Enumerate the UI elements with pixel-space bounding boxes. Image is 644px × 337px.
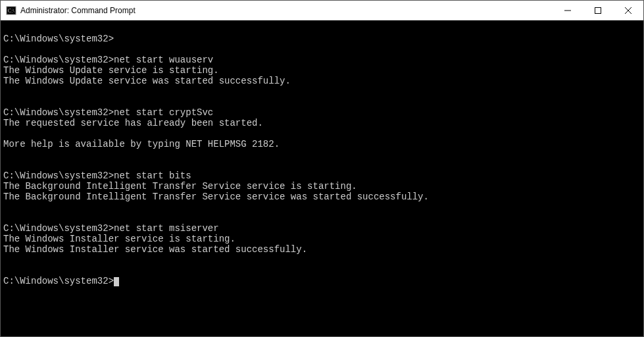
terminal-line bbox=[3, 44, 641, 55]
window-controls bbox=[553, 1, 643, 20]
terminal-line: The Background Intelligent Transfer Serv… bbox=[3, 181, 641, 192]
terminal-line: The requested service has already been s… bbox=[3, 118, 641, 128]
minimize-button[interactable] bbox=[553, 1, 583, 20]
terminal-line bbox=[3, 265, 641, 276]
close-button[interactable] bbox=[613, 1, 643, 20]
cursor bbox=[114, 277, 119, 286]
terminal-line: C:\Windows\system32>net start bits bbox=[3, 170, 641, 181]
maximize-button[interactable] bbox=[583, 1, 613, 20]
terminal-line bbox=[3, 149, 641, 160]
terminal-line bbox=[3, 128, 641, 139]
terminal-line bbox=[3, 97, 641, 107]
terminal-line: The Background Intelligent Transfer Serv… bbox=[3, 192, 641, 202]
svg-rect-3 bbox=[595, 7, 601, 13]
cmd-icon: C:\ bbox=[6, 5, 16, 16]
command-prompt-window: C:\ Administrator: Command Prompt C:\Win… bbox=[0, 0, 644, 337]
terminal-line: C:\Windows\system32>net start wuauserv bbox=[3, 55, 641, 65]
terminal-line: The Windows Update service is starting. bbox=[3, 65, 641, 76]
terminal-line bbox=[3, 255, 641, 265]
terminal-line: C:\Windows\system32>net start msiserver bbox=[3, 223, 641, 234]
terminal-line: C:\Windows\system32> bbox=[3, 276, 641, 286]
terminal-line: C:\Windows\system32>net start cryptSvc bbox=[3, 107, 641, 118]
titlebar[interactable]: C:\ Administrator: Command Prompt bbox=[1, 1, 643, 20]
terminal-line: C:\Windows\system32> bbox=[3, 34, 641, 44]
window-title: Administrator: Command Prompt bbox=[20, 6, 553, 15]
terminal-line: The Windows Installer service is startin… bbox=[3, 234, 641, 244]
terminal-line: The Windows Installer service was starte… bbox=[3, 244, 641, 255]
terminal-line bbox=[3, 23, 641, 34]
terminal-line bbox=[3, 213, 641, 223]
terminal-line bbox=[3, 86, 641, 97]
terminal-line bbox=[3, 160, 641, 170]
terminal-line: The Windows Update service was started s… bbox=[3, 76, 641, 86]
terminal-line: More help is available by typing NET HEL… bbox=[3, 139, 641, 149]
svg-text:C:\: C:\ bbox=[8, 8, 15, 14]
terminal-body[interactable]: C:\Windows\system32>C:\Windows\system32>… bbox=[1, 20, 643, 336]
terminal-line bbox=[3, 202, 641, 213]
